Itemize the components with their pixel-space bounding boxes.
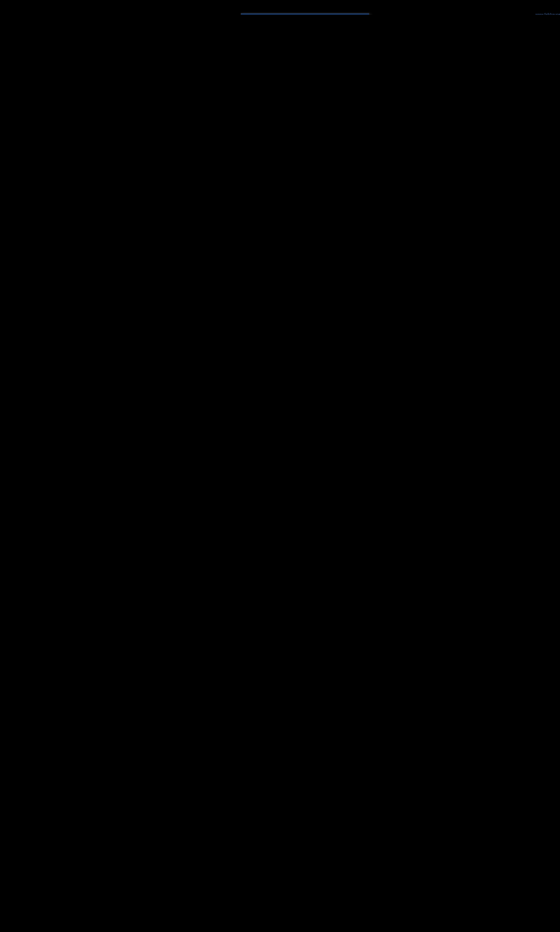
class-box: ↻FBooleanConverterfunction Object() { [n… [241,13,369,15]
footer-link[interactable]: www.falkhausen.de [535,12,560,15]
box-header: ↻FBooleanConverter [241,13,369,15]
